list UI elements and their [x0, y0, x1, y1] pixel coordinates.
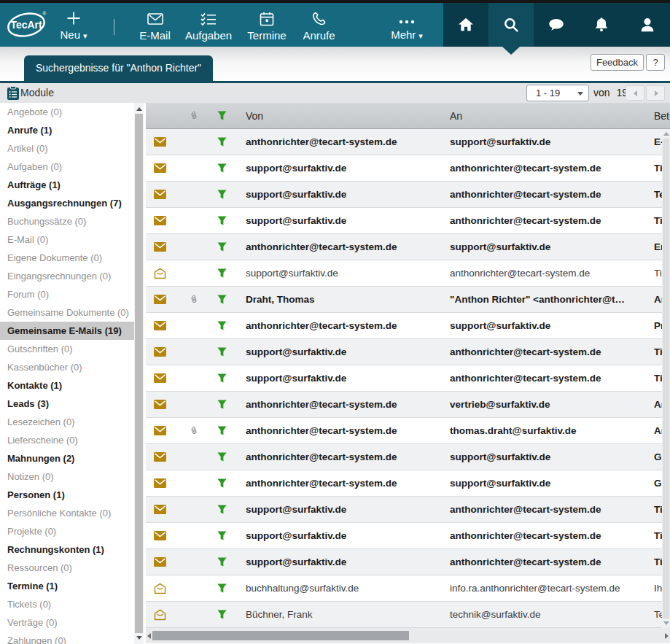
prev-page-button[interactable] — [626, 85, 644, 101]
sidebar-item-ressourcen[interactable]: Ressourcen (0) — [0, 559, 134, 577]
filter-funnel-icon[interactable] — [217, 609, 227, 620]
sidebar-item-personen[interactable]: Personen (1) — [0, 486, 134, 504]
filter-funnel-icon[interactable] — [217, 189, 227, 200]
sidebar-item-zahlungen[interactable]: Zahlungen (0) — [0, 632, 134, 644]
sidebar-item-projekte[interactable]: Projekte (0) — [0, 522, 134, 540]
filter-column-header[interactable] — [210, 110, 241, 121]
sidebar-item-kontakte[interactable]: Kontakte (1) — [0, 376, 134, 395]
table-row[interactable]: support@surfaktiv.de anthonrichter@tecar… — [146, 497, 662, 523]
sidebar-item-eigene-dokumente[interactable]: Eigene Dokumente (0) — [0, 249, 134, 267]
table-row[interactable]: buchhaltung@surfaktiv.de info.ra.anthonr… — [146, 575, 662, 602]
search-results-tab[interactable]: Suchergebnisse für "Anthon Richter" — [24, 55, 213, 81]
sidebar-item-forum[interactable]: Forum (0) — [0, 285, 134, 303]
notifications-button[interactable] — [579, 3, 624, 47]
filter-funnel-icon[interactable] — [217, 320, 227, 331]
sidebar-item-eingangsrechnungen[interactable]: Eingangsrechnungen (0) — [0, 267, 134, 285]
filter-funnel-icon[interactable] — [217, 556, 227, 567]
filter-funnel-icon[interactable] — [217, 530, 227, 541]
table-horizontal-scrollbar[interactable] — [146, 628, 670, 643]
table-hscrollbar-thumb[interactable] — [152, 631, 409, 640]
filter-funnel-icon[interactable] — [217, 268, 227, 279]
nav-neu-button[interactable]: Neu▾ — [52, 3, 95, 47]
table-vscrollbar-thumb[interactable] — [663, 139, 669, 618]
scroll-left-icon[interactable] — [147, 633, 151, 639]
nav-termine-button[interactable]: Termine — [241, 3, 293, 47]
nav-anrufe-button[interactable]: Anrufe — [295, 3, 343, 47]
table-row[interactable]: anthonrichter@tecart-system.de support@s… — [146, 470, 662, 497]
sidebar-item-termine[interactable]: Termine (1) — [0, 577, 134, 595]
sidebar-scrollbar[interactable] — [134, 103, 144, 644]
column-header-betreff[interactable]: Betreff — [649, 110, 670, 122]
page-range-select[interactable]: 1 - 19 — [526, 85, 589, 101]
filter-funnel-icon[interactable] — [217, 583, 227, 594]
sidebar-item-vertr-ge[interactable]: Verträge (0) — [0, 613, 134, 632]
sidebar-item-notizen[interactable]: Notizen (0) — [0, 468, 134, 486]
table-row[interactable]: support@surfaktiv.de anthonrichter@tecar… — [146, 260, 662, 287]
sidebar-item-kassenb-cher[interactable]: Kassenbücher (0) — [0, 358, 134, 376]
filter-funnel-icon[interactable] — [217, 294, 227, 305]
sidebar-item-pers-nliche-kontakte[interactable]: Persönliche Kontakte (0) — [0, 504, 134, 522]
table-vertical-scrollbar[interactable] — [662, 129, 670, 628]
sidebar-item-lesezeichen[interactable]: Lesezeichen (0) — [0, 413, 134, 431]
chat-button[interactable] — [534, 3, 579, 47]
scroll-down-icon[interactable] — [136, 636, 142, 640]
sidebar-item-mahnungen[interactable]: Mahnungen (2) — [0, 449, 134, 468]
nav-mehr-button[interactable]: Mehr▾ — [383, 3, 431, 47]
filter-funnel-icon[interactable] — [217, 399, 227, 410]
table-row[interactable]: anthonrichter@tecart-system.de support@s… — [146, 313, 662, 339]
filter-funnel-icon[interactable] — [217, 136, 227, 147]
sidebar-item-gemeinsame-e-mails[interactable]: Gemeinsame E-Mails (19) — [0, 322, 134, 340]
table-row[interactable]: anthonrichter@tecart-system.de support@s… — [146, 234, 662, 260]
home-button[interactable] — [443, 3, 488, 47]
nav-email-button[interactable]: E-Mail — [131, 3, 179, 47]
sidebar-item-rechnungskonten[interactable]: Rechnungskonten (1) — [0, 540, 134, 559]
tecart-logo[interactable]: TecArt ® — [4, 6, 48, 44]
sidebar-item-gemeinsame-dokumente[interactable]: Gemeinsame Dokumente (0) — [0, 303, 134, 322]
sidebar-item-leads[interactable]: Leads (3) — [0, 395, 134, 413]
filter-funnel-icon[interactable] — [217, 241, 227, 252]
sidebar-item-anrufe[interactable]: Anrufe (1) — [0, 121, 134, 139]
nav-aufgaben-button[interactable]: Aufgaben — [181, 3, 236, 47]
attachment-column-header[interactable] — [178, 109, 210, 122]
table-row[interactable]: Büchner, Frank technik@surfaktiv.de Te — [146, 602, 662, 628]
table-row[interactable]: anthonrichter@tecart-system.de support@s… — [146, 129, 662, 155]
sidebar-item-angebote[interactable]: Angebote (0) — [0, 103, 134, 121]
column-header-von[interactable]: Von — [241, 110, 445, 122]
filter-funnel-icon[interactable] — [217, 373, 227, 384]
scroll-down-icon[interactable] — [663, 621, 669, 625]
table-row[interactable]: support@surfaktiv.de anthonrichter@tecar… — [146, 523, 662, 549]
sidebar-item-e-mail[interactable]: E-Mail (0) — [0, 230, 134, 249]
table-row[interactable]: support@surfaktiv.de anthonrichter@tecar… — [146, 339, 662, 365]
help-button[interactable]: ? — [646, 54, 665, 71]
scroll-up-icon[interactable] — [136, 107, 142, 111]
filter-funnel-icon[interactable] — [217, 163, 227, 174]
filter-funnel-icon[interactable] — [217, 346, 227, 357]
column-header-an[interactable]: An — [445, 110, 649, 122]
search-button[interactable] — [488, 3, 534, 47]
feedback-button[interactable]: Feedback — [591, 54, 644, 71]
table-row[interactable]: anthonrichter@tecart-system.de vertrieb@… — [146, 392, 662, 418]
table-row[interactable]: Draht, Thomas "Anthon Richter" <anthonri… — [146, 287, 662, 313]
table-row[interactable]: anthonrichter@tecart-system.de support@s… — [146, 444, 662, 470]
filter-funnel-icon[interactable] — [217, 451, 227, 462]
filter-funnel-icon[interactable] — [217, 504, 227, 515]
sidebar-item-tickets[interactable]: Tickets (0) — [0, 595, 134, 613]
table-row[interactable]: support@surfaktiv.de anthonrichter@tecar… — [146, 182, 662, 208]
table-row[interactable]: support@surfaktiv.de anthonrichter@tecar… — [146, 155, 662, 182]
table-row[interactable]: support@surfaktiv.de anthonrichter@tecar… — [146, 365, 662, 392]
sidebar-item-ausgangsrechnungen[interactable]: Ausgangsrechnungen (7) — [0, 194, 134, 212]
sidebar-item-lieferscheine[interactable]: Lieferscheine (0) — [0, 431, 134, 449]
sidebar-item-artikel[interactable]: Artikel (0) — [0, 139, 134, 158]
table-row[interactable]: support@surfaktiv.de anthonrichter@tecar… — [146, 549, 662, 575]
scroll-up-icon[interactable] — [663, 132, 669, 136]
scroll-right-icon[interactable] — [665, 633, 669, 639]
table-row[interactable]: anthonrichter@tecart-system.de thomas.dr… — [146, 418, 662, 444]
sidebar-item-buchungss-tze[interactable]: Buchungssätze (0) — [0, 212, 134, 230]
filter-funnel-icon[interactable] — [217, 215, 227, 226]
sidebar-item-auftr-ge[interactable]: Aufträge (1) — [0, 176, 134, 194]
sidebar-scrollbar-thumb[interactable] — [135, 114, 143, 633]
sidebar-item-gutschriften[interactable]: Gutschriften (0) — [0, 340, 134, 358]
filter-funnel-icon[interactable] — [217, 478, 227, 489]
user-button[interactable] — [624, 3, 670, 47]
table-row[interactable]: support@surfaktiv.de anthonrichter@tecar… — [146, 208, 662, 234]
